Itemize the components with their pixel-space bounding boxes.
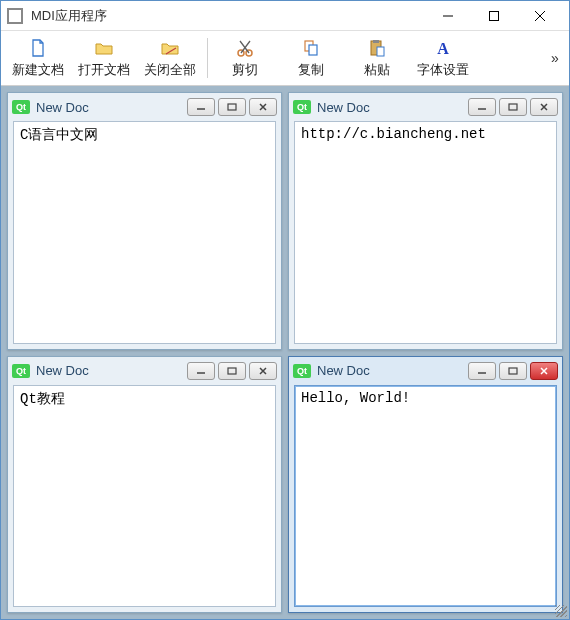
copy-icon bbox=[301, 38, 321, 58]
sub-window-title: New Doc bbox=[317, 363, 462, 378]
sub-window-titlebar[interactable]: Qt New Doc bbox=[8, 357, 281, 385]
font-settings-label: 字体设置 bbox=[417, 61, 469, 79]
document-content[interactable]: C语言中文网 bbox=[13, 121, 276, 344]
close-all-button[interactable]: 关闭全部 bbox=[137, 33, 203, 83]
paste-button[interactable]: 粘贴 bbox=[344, 33, 410, 83]
sub-minimize-button[interactable] bbox=[468, 98, 496, 116]
scissors-icon bbox=[235, 38, 255, 58]
sub-close-button[interactable] bbox=[530, 98, 558, 116]
font-icon: A bbox=[433, 38, 453, 58]
new-file-icon bbox=[28, 38, 48, 58]
window-title: MDI应用程序 bbox=[31, 7, 425, 25]
qt-icon: Qt bbox=[12, 100, 30, 114]
svg-rect-11 bbox=[228, 368, 236, 374]
svg-rect-4 bbox=[309, 45, 317, 55]
document-content[interactable]: Qt教程 bbox=[13, 385, 276, 608]
sub-maximize-button[interactable] bbox=[218, 98, 246, 116]
sub-maximize-button[interactable] bbox=[499, 362, 527, 380]
font-settings-button[interactable]: A 字体设置 bbox=[410, 33, 476, 83]
sub-maximize-button[interactable] bbox=[499, 98, 527, 116]
svg-rect-10 bbox=[509, 104, 517, 110]
qt-icon: Qt bbox=[293, 364, 311, 378]
copy-label: 复制 bbox=[298, 61, 324, 79]
sub-window[interactable]: Qt New Doc C语言中文网 bbox=[7, 92, 282, 350]
svg-rect-6 bbox=[373, 40, 379, 43]
svg-rect-7 bbox=[377, 47, 384, 56]
cut-label: 剪切 bbox=[232, 61, 258, 79]
qt-icon: Qt bbox=[12, 364, 30, 378]
new-document-label: 新建文档 bbox=[12, 61, 64, 79]
svg-text:A: A bbox=[437, 40, 449, 57]
toolbar-separator bbox=[207, 38, 208, 78]
mdi-area: Qt New Doc C语言中文网 Qt New Doc http://c.bi… bbox=[1, 86, 569, 619]
qt-icon: Qt bbox=[293, 100, 311, 114]
sub-close-button[interactable] bbox=[530, 362, 558, 380]
sub-window-controls bbox=[468, 98, 558, 116]
window-titlebar: MDI应用程序 bbox=[1, 1, 569, 31]
document-content[interactable]: http://c.biancheng.net bbox=[294, 121, 557, 344]
sub-window-title: New Doc bbox=[317, 100, 462, 115]
close-all-label: 关闭全部 bbox=[144, 61, 196, 79]
folder-close-icon bbox=[160, 38, 180, 58]
maximize-button[interactable] bbox=[471, 1, 517, 31]
sub-minimize-button[interactable] bbox=[187, 362, 215, 380]
resize-grip[interactable] bbox=[555, 605, 567, 617]
sub-window-controls bbox=[468, 362, 558, 380]
paste-icon bbox=[367, 38, 387, 58]
toolbar: 新建文档 打开文档 关闭全部 剪切 复制 粘贴 A 字体设置 » bbox=[1, 31, 569, 86]
sub-window-controls bbox=[187, 362, 277, 380]
open-document-label: 打开文档 bbox=[78, 61, 130, 79]
svg-rect-12 bbox=[509, 368, 517, 374]
sub-close-button[interactable] bbox=[249, 362, 277, 380]
sub-window-titlebar[interactable]: Qt New Doc bbox=[289, 93, 562, 121]
sub-window-controls bbox=[187, 98, 277, 116]
open-document-button[interactable]: 打开文档 bbox=[71, 33, 137, 83]
window-controls bbox=[425, 1, 563, 31]
svg-rect-0 bbox=[490, 11, 499, 20]
sub-maximize-button[interactable] bbox=[218, 362, 246, 380]
app-icon bbox=[7, 8, 23, 24]
folder-open-icon bbox=[94, 38, 114, 58]
sub-window-titlebar[interactable]: Qt New Doc bbox=[289, 357, 562, 385]
sub-window-title: New Doc bbox=[36, 100, 181, 115]
sub-close-button[interactable] bbox=[249, 98, 277, 116]
new-document-button[interactable]: 新建文档 bbox=[5, 33, 71, 83]
svg-rect-9 bbox=[228, 104, 236, 110]
close-button[interactable] bbox=[517, 1, 563, 31]
copy-button[interactable]: 复制 bbox=[278, 33, 344, 83]
cut-button[interactable]: 剪切 bbox=[212, 33, 278, 83]
sub-window[interactable]: Qt New Doc Qt教程 bbox=[7, 356, 282, 614]
sub-window[interactable]: Qt New Doc Hello, World! bbox=[288, 356, 563, 614]
paste-label: 粘贴 bbox=[364, 61, 390, 79]
minimize-button[interactable] bbox=[425, 1, 471, 31]
sub-window-title: New Doc bbox=[36, 363, 181, 378]
toolbar-overflow-button[interactable]: » bbox=[545, 33, 565, 83]
sub-window-titlebar[interactable]: Qt New Doc bbox=[8, 93, 281, 121]
document-content[interactable]: Hello, World! bbox=[294, 385, 557, 608]
sub-window[interactable]: Qt New Doc http://c.biancheng.net bbox=[288, 92, 563, 350]
sub-minimize-button[interactable] bbox=[187, 98, 215, 116]
sub-minimize-button[interactable] bbox=[468, 362, 496, 380]
